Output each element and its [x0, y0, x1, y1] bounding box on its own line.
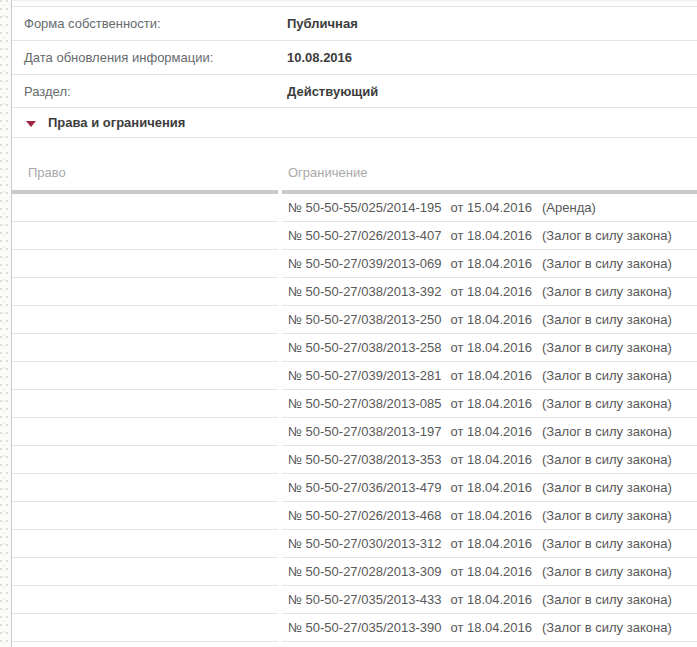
restriction-number: № 50-50-27/028/2013-309 — [288, 564, 441, 579]
section-toggle-rights-restrictions[interactable]: Права и ограничения — [12, 108, 697, 138]
field-label: Раздел: — [24, 84, 287, 99]
restriction-date: от 18.04.2016 — [450, 480, 532, 495]
restriction-date: от 18.04.2016 — [450, 536, 532, 551]
restriction-date: от 18.04.2016 — [450, 508, 532, 523]
field-label: Дата обновления информации: — [24, 50, 287, 65]
table-cell-restriction: № 50-50-27/036/2013-479 от 18.04.2016 (З… — [282, 474, 697, 502]
restriction-type: (Залог в силу закона) — [542, 284, 672, 299]
table-cell-right — [12, 194, 278, 222]
info-row-update-date: Дата обновления информации: 10.08.2016 — [12, 41, 697, 75]
table-cell-right — [12, 334, 278, 362]
table-cell-restriction: № 50-50-27/038/2013-250 от 18.04.2016 (З… — [282, 306, 697, 334]
restriction-number: № 50-50-27/026/2013-468 — [288, 508, 441, 523]
table-cell-right — [12, 390, 278, 418]
table-cell-right — [12, 586, 278, 614]
table-cell-restriction: № 50-50-27/026/2013-468 от 18.04.2016 (З… — [282, 502, 697, 530]
section-title: Права и ограничения — [48, 115, 185, 130]
table-cell-restriction: № 50-50-27/039/2013-069 от 18.04.2016 (З… — [282, 250, 697, 278]
restriction-date: от 18.04.2016 — [450, 340, 532, 355]
restriction-type: (Залог в силу закона) — [542, 620, 672, 635]
table-cell-restriction: № 50-50-27/038/2013-392 от 18.04.2016 (З… — [282, 278, 697, 306]
table-cell-restriction: № 50-50-55/025/2014-195 от 15.04.2016 (А… — [282, 194, 697, 222]
restriction-date: от 18.04.2016 — [450, 228, 532, 243]
column-header-restriction: Ограничение — [282, 138, 697, 194]
table-cell-restriction: № 50-50-27/038/2013-258 от 18.04.2016 (З… — [282, 334, 697, 362]
restriction-type: (Залог в силу закона) — [542, 228, 672, 243]
restriction-number: № 50-50-27/035/2013-390 — [288, 620, 441, 635]
restriction-type: (Залог в силу закона) — [542, 424, 672, 439]
restriction-date: от 18.04.2016 — [450, 620, 532, 635]
table-cell-right — [12, 530, 278, 558]
restriction-date: от 18.04.2016 — [450, 368, 532, 383]
restriction-date: от 18.04.2016 — [450, 452, 532, 467]
restriction-date: от 18.04.2016 — [450, 424, 532, 439]
restriction-date: от 18.04.2016 — [450, 256, 532, 271]
restriction-type: (Залог в силу закона) — [542, 508, 672, 523]
triangle-down-icon — [26, 121, 36, 127]
restriction-type: (Залог в силу закона) — [542, 564, 672, 579]
restriction-number: № 50-50-27/036/2013-479 — [288, 480, 441, 495]
restriction-type: (Залог в силу закона) — [542, 340, 672, 355]
info-section: Форма собственности: Публичная Дата обно… — [12, 6, 697, 108]
table-cell-restriction: № 50-50-27/035/2013-390 от 18.04.2016 (З… — [282, 614, 697, 642]
restriction-number: № 50-50-27/038/2013-085 — [288, 396, 441, 411]
info-row-section: Раздел: Действующий — [12, 75, 697, 108]
field-label: Форма собственности: — [24, 16, 287, 31]
table-cell-restriction: № 50-50-27/038/2013-353 от 18.04.2016 (З… — [282, 446, 697, 474]
table-cell-restriction: № 50-50-27/038/2013-085 от 18.04.2016 (З… — [282, 390, 697, 418]
table-cell-right — [12, 502, 278, 530]
restriction-number: № 50-50-27/039/2013-069 — [288, 256, 441, 271]
table-cell-restriction: № 50-50-27/038/2013-197 от 18.04.2016 (З… — [282, 418, 697, 446]
table-cell-restriction: № 50-50-27/026/2013-407 от 18.04.2016 (З… — [282, 222, 697, 250]
restriction-number: № 50-50-27/038/2013-197 — [288, 424, 441, 439]
restriction-number: № 50-50-27/038/2013-353 — [288, 452, 441, 467]
restriction-date: от 18.04.2016 — [450, 312, 532, 327]
restriction-date: от 15.04.2016 — [450, 200, 532, 215]
table-cell-restriction: № 50-50-27/035/2013-433 от 18.04.2016 (З… — [282, 586, 697, 614]
content-panel: Форма собственности: Публичная Дата обно… — [11, 0, 697, 647]
restriction-number: № 50-50-27/035/2013-433 — [288, 592, 441, 607]
restriction-number: № 50-50-55/025/2014-195 — [288, 200, 441, 215]
table-cell-right — [12, 278, 278, 306]
table-cell-restriction: № 50-50-27/028/2013-309 от 18.04.2016 (З… — [282, 558, 697, 586]
table-cell-right — [12, 474, 278, 502]
table-cell-right — [12, 418, 278, 446]
field-value: Публичная — [287, 16, 358, 31]
restriction-date: от 18.04.2016 — [450, 284, 532, 299]
page-background: { "colors": { "accent_triangle": "#9e274… — [0, 0, 697, 647]
restriction-number: № 50-50-27/030/2013-312 — [288, 536, 441, 551]
restriction-date: от 18.04.2016 — [450, 564, 532, 579]
restriction-type: (Залог в силу закона) — [542, 452, 672, 467]
restriction-type: (Залог в силу закона) — [542, 536, 672, 551]
restriction-type: (Залог в силу закона) — [542, 396, 672, 411]
restriction-type: (Залог в силу закона) — [542, 592, 672, 607]
restriction-number: № 50-50-27/038/2013-250 — [288, 312, 441, 327]
restriction-number: № 50-50-27/026/2013-407 — [288, 228, 441, 243]
restriction-date: от 18.04.2016 — [450, 396, 532, 411]
table-cell-right — [12, 250, 278, 278]
table-cell-right — [12, 362, 278, 390]
table-cell-restriction: № 50-50-27/039/2013-281 от 18.04.2016 (З… — [282, 362, 697, 390]
restriction-type: (Залог в силу закона) — [542, 312, 672, 327]
column-header-right: Право — [12, 138, 278, 194]
restriction-date: от 18.04.2016 — [450, 592, 532, 607]
field-value: 10.08.2016 — [287, 50, 352, 65]
rights-restrictions-table: Право Ограничение № 50-50-55/025/2014-19… — [12, 138, 697, 642]
restriction-type: (Залог в силу закона) — [542, 256, 672, 271]
restriction-number: № 50-50-27/039/2013-281 — [288, 368, 441, 383]
restriction-type: (Аренда) — [542, 200, 596, 215]
field-value: Действующий — [287, 84, 378, 99]
table-cell-right — [12, 222, 278, 250]
table-cell-right — [12, 446, 278, 474]
restriction-type: (Залог в силу закона) — [542, 368, 672, 383]
restriction-number: № 50-50-27/038/2013-258 — [288, 340, 441, 355]
table-cell-right — [12, 614, 278, 642]
table-cell-restriction: № 50-50-27/030/2013-312 от 18.04.2016 (З… — [282, 530, 697, 558]
table-cell-right — [12, 558, 278, 586]
restriction-type: (Залог в силу закона) — [542, 480, 672, 495]
info-row-ownership: Форма собственности: Публичная — [12, 7, 697, 41]
table-cell-right — [12, 306, 278, 334]
restriction-number: № 50-50-27/038/2013-392 — [288, 284, 441, 299]
